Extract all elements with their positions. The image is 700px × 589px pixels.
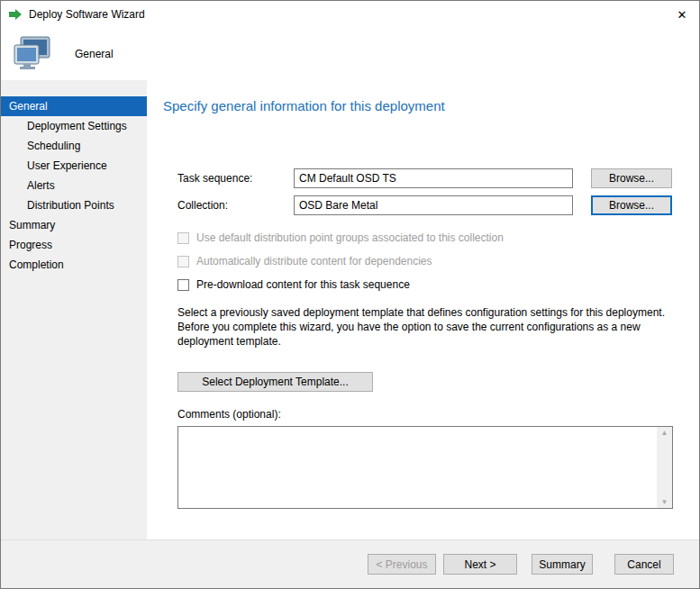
collection-label: Collection: — [177, 199, 294, 212]
comments-scrollbar[interactable]: ▲ ▼ — [657, 427, 672, 508]
select-deployment-template-button[interactable]: Select Deployment Template... — [177, 372, 373, 392]
wizard-header: General — [1, 28, 699, 80]
deploy-arrow-icon — [8, 7, 23, 22]
sidebar-item-alerts[interactable]: Alerts — [1, 176, 147, 195]
wizard-content: Specify general information for this dep… — [147, 80, 699, 539]
window-title: Deploy Software Wizard — [29, 8, 145, 21]
collection-row: Collection: Browse... — [177, 195, 672, 215]
auto-distribute-label: Automatically distribute content for dep… — [196, 255, 432, 267]
auto-distribute-checkbox — [177, 256, 189, 267]
sidebar-item-general[interactable]: General — [1, 96, 147, 116]
default-dp-groups-label: Use default distribution point groups as… — [196, 231, 504, 244]
cancel-button[interactable]: Cancel — [614, 554, 674, 575]
predownload-label: Pre-download content for this task seque… — [196, 278, 410, 291]
sidebar-item-user-experience[interactable]: User Experience — [1, 156, 147, 176]
comments-box: ▲ ▼ — [177, 426, 673, 509]
wizard-sidebar: General Deployment Settings Scheduling U… — [1, 80, 147, 539]
deploy-software-wizard-window: Deploy Software Wizard ✕ General General… — [0, 0, 700, 589]
sidebar-item-distribution-points[interactable]: Distribution Points — [1, 195, 147, 215]
computer-icon — [12, 35, 53, 73]
scroll-down-icon[interactable]: ▼ — [661, 498, 668, 506]
header-page-label: General — [75, 48, 114, 60]
collection-browse-button[interactable]: Browse... — [591, 195, 672, 215]
sidebar-item-deployment-settings[interactable]: Deployment Settings — [1, 116, 147, 136]
next-button[interactable]: Next > — [443, 554, 517, 575]
predownload-checkbox[interactable] — [177, 279, 189, 291]
deployment-template-note: Select a previously saved deployment tem… — [177, 305, 687, 349]
sidebar-item-summary[interactable]: Summary — [1, 215, 147, 235]
task-sequence-row: Task sequence: Browse... — [177, 168, 672, 188]
predownload-checkbox-row: Pre-download content for this task seque… — [177, 278, 672, 291]
close-icon[interactable]: ✕ — [665, 1, 699, 28]
comments-input[interactable] — [178, 427, 657, 508]
wizard-footer: < Previous Next > Summary Cancel — [1, 539, 699, 588]
task-sequence-browse-button[interactable]: Browse... — [591, 168, 672, 188]
collection-input[interactable] — [294, 195, 573, 215]
checkbox-group: Use default distribution point groups as… — [163, 231, 672, 291]
scroll-up-icon[interactable]: ▲ — [661, 429, 668, 437]
sidebar-item-completion[interactable]: Completion — [1, 255, 147, 275]
default-dp-groups-checkbox — [177, 232, 189, 244]
comments-label: Comments (optional): — [177, 408, 672, 421]
page-title: Specify general information for this dep… — [163, 98, 672, 114]
sidebar-item-scheduling[interactable]: Scheduling — [1, 136, 147, 156]
wizard-body: General Deployment Settings Scheduling U… — [1, 80, 699, 539]
sidebar-item-progress[interactable]: Progress — [1, 235, 147, 255]
titlebar: Deploy Software Wizard ✕ — [1, 1, 699, 28]
summary-button[interactable]: Summary — [532, 554, 593, 575]
previous-button[interactable]: < Previous — [368, 554, 436, 575]
task-sequence-label: Task sequence: — [177, 172, 294, 185]
auto-distribute-checkbox-row: Automatically distribute content for dep… — [177, 255, 672, 267]
task-sequence-input[interactable] — [294, 168, 573, 188]
default-dp-groups-checkbox-row: Use default distribution point groups as… — [177, 231, 672, 244]
